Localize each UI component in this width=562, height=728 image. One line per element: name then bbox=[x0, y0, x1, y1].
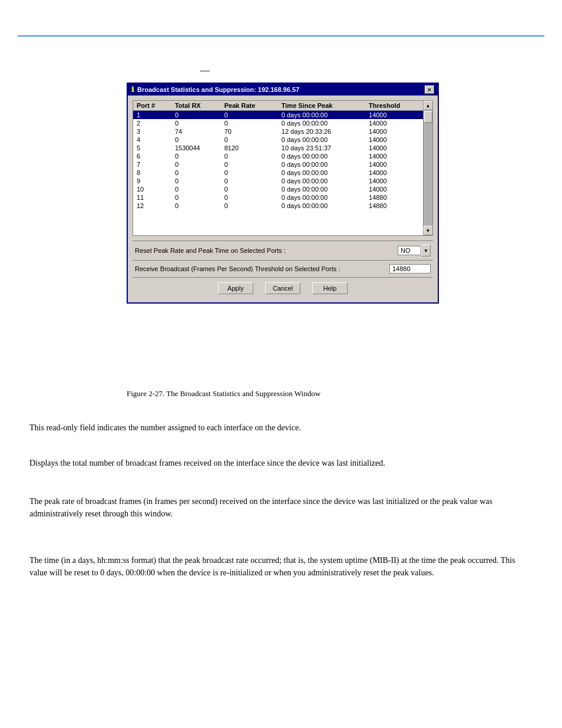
table-cell-threshold: 14000 bbox=[365, 119, 423, 127]
table-cell-timesincepeak: 0 days 00:00:00 bbox=[278, 160, 365, 169]
table-cell-threshold: 14880 bbox=[365, 202, 423, 210]
vertical-scrollbar[interactable]: ▲ ▼ bbox=[423, 101, 432, 235]
table-cell-threshold: 14000 bbox=[365, 152, 423, 160]
table-cell-peakrate: 0 bbox=[221, 111, 278, 120]
col-header-port: Port # bbox=[133, 101, 171, 111]
table-cell-threshold: 14000 bbox=[365, 136, 423, 144]
table-cell-peakrate: 0 bbox=[221, 136, 278, 144]
table-cell-timesincepeak: 0 days 00:00:00 bbox=[278, 202, 365, 210]
table-cell-threshold: 14000 bbox=[365, 111, 423, 120]
reset-label: Reset Peak Rate and Peak Time on Selecte… bbox=[135, 247, 398, 254]
table-cell-port: 8 bbox=[133, 169, 171, 177]
table-row[interactable]: 1000 days 00:00:0014000 bbox=[133, 111, 423, 120]
table-cell-timesincepeak: 0 days 00:00:00 bbox=[278, 119, 365, 127]
table-cell-threshold: 14000 bbox=[365, 144, 423, 152]
body-text-port: This read-only field indicates the numbe… bbox=[29, 421, 533, 434]
col-header-peakrate: Peak Rate bbox=[221, 101, 278, 111]
table-cell-peakrate: 70 bbox=[221, 127, 278, 136]
port-table: Port # Total RX Peak Rate Time Since Pea… bbox=[133, 101, 423, 210]
table-cell-port: 9 bbox=[133, 177, 171, 185]
table-cell-timesincepeak: 0 days 00:00:00 bbox=[278, 169, 365, 177]
dialog-title-icon: ℹ bbox=[131, 85, 134, 94]
table-cell-peakrate: 0 bbox=[221, 202, 278, 210]
scroll-thumb[interactable] bbox=[424, 111, 432, 123]
table-cell-timesincepeak: 10 days 23:51:37 bbox=[278, 144, 365, 152]
table-cell-timesincepeak: 0 days 00:00:00 bbox=[278, 152, 365, 160]
table-cell-timesincepeak: 0 days 00:00:00 bbox=[278, 136, 365, 144]
table-cell-timesincepeak: 0 days 00:00:00 bbox=[278, 185, 365, 193]
table-cell-port: 5 bbox=[133, 144, 171, 152]
scroll-track bbox=[424, 110, 433, 226]
table-header: Port # Total RX Peak Rate Time Since Pea… bbox=[133, 101, 423, 111]
cancel-button[interactable]: Cancel bbox=[265, 282, 300, 294]
table-cell-totalrx: 0 bbox=[171, 119, 221, 127]
table-cell-timesincepeak: 0 days 00:00:00 bbox=[278, 177, 365, 185]
table-row[interactable]: 51530044812010 days 23:51:3714000 bbox=[133, 144, 423, 152]
table-cell-threshold: 14880 bbox=[365, 193, 423, 202]
table-cell-peakrate: 0 bbox=[221, 152, 278, 160]
table-cell-peakrate: 0 bbox=[221, 185, 278, 193]
dialog-close-button[interactable]: × bbox=[425, 85, 434, 94]
help-button[interactable]: Help bbox=[312, 282, 348, 294]
table-cell-totalrx: 74 bbox=[171, 127, 221, 136]
threshold-form-row: Receive Broadcast (Frames Per Second) Th… bbox=[133, 260, 433, 277]
table-cell-totalrx: 0 bbox=[171, 177, 221, 185]
table-row[interactable]: 10000 days 00:00:0014000 bbox=[133, 185, 423, 193]
scroll-down-button[interactable]: ▼ bbox=[424, 226, 433, 235]
data-table-container: Port # Total RX Peak Rate Time Since Pea… bbox=[133, 100, 433, 236]
table-cell-peakrate: 0 bbox=[221, 193, 278, 202]
table-row[interactable]: 6000 days 00:00:0014000 bbox=[133, 152, 423, 160]
table-cell-port: 1 bbox=[133, 111, 171, 120]
table-row[interactable]: 3747012 days 20:33:2614000 bbox=[133, 127, 423, 136]
table-cell-port: 10 bbox=[133, 185, 171, 193]
threshold-label: Receive Broadcast (Frames Per Second) Th… bbox=[135, 265, 389, 272]
table-cell-port: 6 bbox=[133, 152, 171, 160]
col-header-timesincepeak: Time Since Peak bbox=[278, 101, 365, 111]
table-cell-timesincepeak: 12 days 20:33:26 bbox=[278, 127, 365, 136]
table-cell-timesincepeak: 0 days 00:00:00 bbox=[278, 111, 365, 120]
table-cell-threshold: 14000 bbox=[365, 185, 423, 193]
reset-select-value[interactable]: NO bbox=[398, 246, 421, 255]
table-cell-totalrx: 0 bbox=[171, 152, 221, 160]
table-cell-port: 3 bbox=[133, 127, 171, 136]
apply-button[interactable]: Apply bbox=[218, 282, 253, 294]
body-text-totalrx: Displays the total number of broadcast f… bbox=[29, 457, 533, 469]
dialog-titlebar: ℹ Broadcast Statistics and Suppression: … bbox=[128, 84, 438, 95]
table-cell-peakrate: 8120 bbox=[221, 144, 278, 152]
table-cell-threshold: 14000 bbox=[365, 160, 423, 169]
table-cell-port: 4 bbox=[133, 136, 171, 144]
table-cell-totalrx: 0 bbox=[171, 136, 221, 144]
reset-select-wrapper: NO ▼ bbox=[398, 245, 431, 256]
reset-dropdown-arrow[interactable]: ▼ bbox=[421, 245, 431, 256]
table-cell-totalrx: 0 bbox=[171, 185, 221, 193]
table-row[interactable]: 7000 days 00:00:0014000 bbox=[133, 160, 423, 169]
scroll-up-button[interactable]: ▲ bbox=[424, 101, 433, 110]
body-text-peakrate: The peak rate of broadcast frames (in fr… bbox=[29, 495, 533, 520]
col-header-totalrx: Total RX bbox=[171, 101, 221, 111]
table-cell-peakrate: 0 bbox=[221, 177, 278, 185]
table-cell-peakrate: 0 bbox=[221, 169, 278, 177]
table-row[interactable]: 9000 days 00:00:0014000 bbox=[133, 177, 423, 185]
table-cell-totalrx: 0 bbox=[171, 202, 221, 210]
dialog-body: Port # Total RX Peak Rate Time Since Pea… bbox=[128, 95, 438, 302]
table-cell-totalrx: 0 bbox=[171, 160, 221, 169]
table-cell-totalrx: 0 bbox=[171, 111, 221, 120]
table-row[interactable]: 11000 days 00:00:0014880 bbox=[133, 193, 423, 202]
table-cell-totalrx: 0 bbox=[171, 169, 221, 177]
table-cell-threshold: 14000 bbox=[365, 177, 423, 185]
table-cell-peakrate: 0 bbox=[221, 160, 278, 169]
table-row[interactable]: 12000 days 00:00:0014880 bbox=[133, 202, 423, 210]
table-cell-threshold: 14000 bbox=[365, 127, 423, 136]
table-cell-timesincepeak: 0 days 00:00:00 bbox=[278, 193, 365, 202]
dash-line: — bbox=[200, 65, 210, 75]
top-rule bbox=[18, 35, 544, 37]
table-row[interactable]: 2000 days 00:00:0014000 bbox=[133, 119, 423, 127]
table-cell-peakrate: 0 bbox=[221, 119, 278, 127]
button-row: Apply Cancel Help bbox=[133, 277, 433, 298]
body-text-timesincepeak: The time (in a days, hh:mm:ss format) th… bbox=[29, 554, 533, 579]
table-row[interactable]: 8000 days 00:00:0014000 bbox=[133, 169, 423, 177]
table-row[interactable]: 4000 days 00:00:0014000 bbox=[133, 136, 423, 144]
threshold-input[interactable] bbox=[389, 264, 431, 274]
table-cell-port: 12 bbox=[133, 202, 171, 210]
table-cell-port: 2 bbox=[133, 119, 171, 127]
